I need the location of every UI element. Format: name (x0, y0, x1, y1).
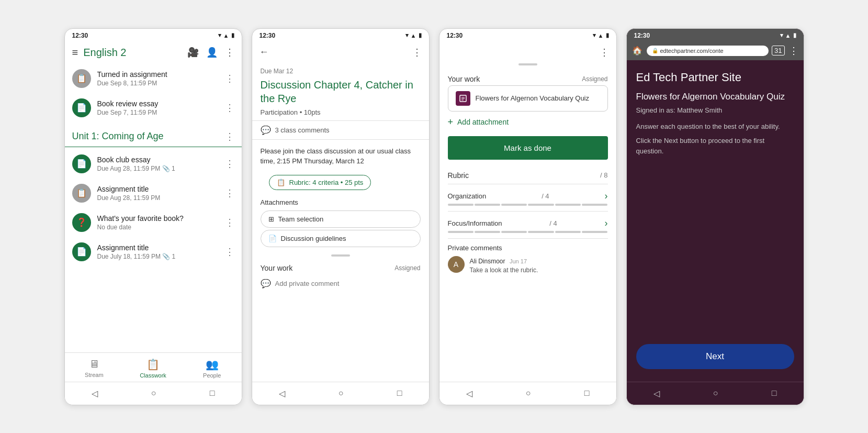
classwork-icon: 📋 (146, 358, 160, 371)
more-button[interactable]: ⋮ (224, 46, 235, 59)
chevron-right-icon: › (604, 218, 607, 229)
home-button[interactable]: ○ (328, 386, 354, 400)
quiz-title: Flowers for Algernon Vocabulary Quiz (636, 92, 794, 102)
list-item[interactable]: ❓ What's your favorite book? No due date… (65, 208, 242, 237)
screen3-content: Your work Assigned Flowers for Algernon … (439, 61, 616, 382)
home-button[interactable]: ○ (141, 386, 167, 400)
assignment-text: Book club essay Due Aug 28, 11:59 PM 📎 1 (97, 156, 219, 172)
next-button[interactable]: Next (636, 344, 794, 369)
screen2-phone: 12:30 ▾ ▲ ▮ ← ⋮ Due Mar 12 Discussion Ch… (252, 28, 430, 405)
screen2-status-icons: ▾ ▲ ▮ (405, 32, 422, 39)
back-button[interactable]: ◁ (643, 386, 670, 401)
add-comment-row[interactable]: 💬 Add private comment (252, 274, 429, 293)
attachment-doc-icon: 📄 (268, 235, 277, 242)
home-button[interactable]: ○ (515, 386, 542, 400)
list-item[interactable]: 📋 Turned in assignment Due Sep 8, 11:59 … (65, 64, 242, 93)
screen3-time: 12:30 (447, 32, 463, 39)
list-item[interactable]: 📋 Assignment title Due Aug 28, 11:59 PM … (65, 179, 242, 208)
comments-text: 3 class comments (275, 126, 330, 134)
three-dots-icon[interactable]: ⋮ (225, 246, 234, 258)
list-item[interactable]: 📄 Book club essay Due Aug 28, 11:59 PM 📎… (65, 149, 242, 179)
rubric-bar-seg (582, 204, 607, 206)
browser-bar: 🏠 🔒 edtechpartner.com/conte 31 ⋮ (627, 41, 804, 60)
back-button[interactable]: ◁ (81, 386, 108, 401)
assignment-due: No due date (97, 224, 219, 231)
assignment-text: Assignment title Due July 18, 11:59 PM 📎… (97, 243, 219, 260)
video-button[interactable]: 🎥 (186, 46, 200, 59)
three-dots-icon[interactable]: ⋮ (225, 187, 234, 199)
signal-icon: ▲ (411, 32, 416, 39)
quiz-pill-title: Flowers for Algernon Vocabulary Quiz (476, 94, 590, 102)
add-attachment-text: Add attachment (457, 118, 509, 126)
three-dots-icon[interactable]: ⋮ (225, 102, 234, 114)
rubric-pill[interactable]: 📋 Rubric: 4 criteria • 25 pts (269, 175, 371, 190)
list-item[interactable]: 📄 Assignment title Due July 18, 11:59 PM… (65, 237, 242, 267)
comments-row: 💬 3 class comments (252, 120, 429, 140)
private-comments-section: Private comments A Ali Dinsmoor Jun 17 T… (439, 239, 616, 279)
assignment-icon-question: ❓ (72, 213, 91, 232)
stream-label: Stream (85, 372, 103, 378)
rubric-bar-seg (582, 231, 607, 233)
rubric-title: Rubric (448, 171, 469, 180)
people-label: People (203, 372, 221, 379)
back-button[interactable]: ← (258, 46, 270, 59)
three-dots-icon[interactable]: ⋮ (225, 73, 234, 84)
recents-button[interactable]: □ (574, 386, 600, 400)
quiz-icon-box (456, 91, 470, 106)
attachment-discussion-guidelines[interactable]: 📄 Discussion guidelines (261, 230, 421, 247)
next-btn-container: Next (636, 336, 794, 371)
profile-button[interactable]: 👤 (205, 46, 219, 59)
attachment-label: Discussion guidelines (281, 235, 346, 242)
assignment-text: Book review essay Due Sep 7, 11:59 PM (97, 99, 219, 116)
assignment-icon-green: 📄 (72, 242, 91, 261)
signal-icon: ▲ (598, 32, 604, 39)
rubric-bar-seg (448, 204, 474, 206)
comment-icon: 💬 (261, 125, 271, 135)
recents-button[interactable]: □ (387, 386, 413, 400)
screens-container: 12:30 ▾ ▲ ▮ ≡ English 2 🎥 👤 ⋮ 📋 Turned i… (49, 13, 820, 421)
more-button[interactable]: ⋮ (411, 46, 423, 59)
screen3-nav-bar: ◁ ○ □ (439, 382, 616, 405)
nav-people[interactable]: 👥 People (183, 353, 242, 382)
back-button[interactable]: ◁ (268, 386, 296, 401)
screen3-top-bar: ⋮ (439, 41, 616, 61)
nav-classwork[interactable]: 📋 Classwork (123, 353, 183, 382)
more-button[interactable]: ⋮ (599, 46, 610, 59)
swipe-handle (331, 254, 350, 257)
mark-done-button[interactable]: Mark as done (448, 136, 608, 160)
wifi-icon: ▾ (780, 32, 783, 39)
assignment-title: Book club essay (97, 156, 219, 164)
wifi-icon: ▾ (405, 32, 409, 39)
add-attachment-row[interactable]: + Add attachment (439, 112, 616, 133)
screen1-phone: 12:30 ▾ ▲ ▮ ≡ English 2 🎥 👤 ⋮ 📋 Turned i… (64, 28, 242, 405)
three-dots-icon[interactable]: ⋮ (225, 158, 234, 170)
recents-button[interactable]: □ (761, 386, 787, 400)
back-button[interactable]: ◁ (456, 386, 483, 401)
browser-tab-count[interactable]: 31 (772, 46, 784, 55)
browser-home-button[interactable]: 🏠 (631, 45, 644, 57)
recents-button[interactable]: □ (199, 386, 226, 400)
attachment-team-selection[interactable]: ⊞ Team selection (261, 210, 421, 228)
quiz-pill[interactable]: Flowers for Algernon Vocabulary Quiz (448, 85, 608, 112)
screen4-nav-bar: ◁ ○ □ (627, 382, 804, 405)
comment-icon: 💬 (261, 279, 271, 288)
rubric-organization-row[interactable]: Organization / 4 › (448, 184, 608, 204)
rubric-header: Rubric / 8 (448, 167, 608, 184)
browser-url-bar[interactable]: 🔒 edtechpartner.com/conte (647, 46, 769, 56)
menu-button[interactable]: ≡ (71, 46, 80, 60)
assignment-title: Assignment title (97, 185, 219, 193)
due-label: Due Mar 12 (252, 68, 429, 75)
screen1-title: English 2 (83, 47, 182, 59)
assignment-due: Due Aug 28, 11:59 PM 📎 1 (97, 165, 219, 172)
home-button[interactable]: ○ (703, 386, 729, 400)
rubric-focus-row[interactable]: Focus/Information / 4 › (448, 212, 608, 231)
section-more-icon[interactable]: ⋮ (225, 131, 234, 142)
nav-stream[interactable]: 🖥 Stream (65, 353, 124, 382)
your-work-section: Your work Assigned (439, 70, 616, 85)
assignment-icon-green: 📄 (72, 154, 91, 173)
browser-more-button[interactable]: ⋮ (788, 44, 799, 58)
list-item[interactable]: 📄 Book review essay Due Sep 7, 11:59 PM … (65, 93, 242, 123)
three-dots-icon[interactable]: ⋮ (225, 217, 234, 228)
assignment-title: Turned in assignment (97, 70, 219, 79)
screen2-content: Due Mar 12 Discussion Chapter 4, Catcher… (252, 63, 429, 382)
